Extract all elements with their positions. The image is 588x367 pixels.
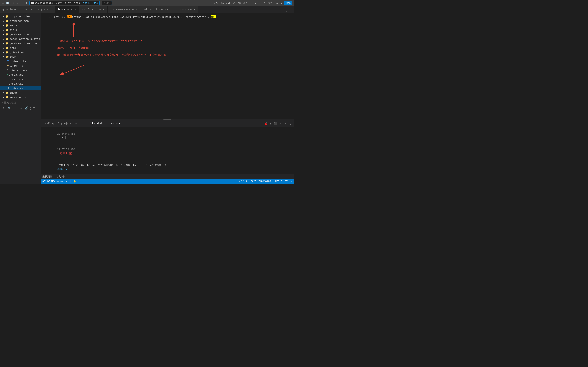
files-icon[interactable]: ⊞ [2,106,6,110]
tabs-scroll-left-btn[interactable]: ‹ [285,9,289,13]
sidebar-item-goods-action-button[interactable]: ▶ 📁 goods-action-button [0,36,41,41]
statusbar-encoding[interactable]: UTF-8 [275,180,282,183]
statusbar-gear-icon[interactable]: ⚙ [291,180,292,183]
tab-manifest-json[interactable]: manifest.json × [79,6,108,13]
prev-match-btn[interactable]: 上一个 [249,1,258,5]
expand-arrow-icon: ▶ [3,33,4,35]
sidebar-item-grid-item[interactable]: ▶ 📁 grid-item [0,50,41,54]
bookmark-icon[interactable]: ☆ [20,1,24,5]
replace-btn[interactable]: 替换 [268,1,274,5]
sidebar-item-empty[interactable]: ▶ 📁 empty [0,23,41,27]
search-term[interactable]: url [105,2,110,4]
tab-user-homepage[interactable]: userHomePage.vue × [108,6,140,13]
tab-close-uni-search-bar[interactable]: × [171,8,173,11]
search-close-btn[interactable]: ✕ [279,2,283,5]
link-icon[interactable]: 🔗 [25,106,29,110]
sidebar-item-index-wxss[interactable]: {} index.wxss [0,86,41,90]
breadcrumb-dist[interactable]: dist [65,2,71,4]
sidebar-item-index-js[interactable]: JS index.js [0,63,41,68]
sidebar-item-image[interactable]: ▶ 📁 image [0,90,41,95]
preserve-case-btn[interactable]: AB [237,2,241,5]
statusbar-email[interactable]: 809945573@qq.com [43,180,64,183]
statusbar-language[interactable]: CSS [285,180,289,183]
breadcrumb[interactable]: ⬜ wxcomponents › vant › dist › icon › in… [29,1,100,5]
arrow-svg [51,63,92,76]
sidebar-item-goods-action[interactable]: ▶ 📁 goods-action [0,32,41,36]
statusbar-person-icon[interactable]: 👤 [69,180,72,183]
next-match-btn[interactable]: 下一个 [258,1,267,5]
search-box[interactable]: ⚡ url [102,1,112,5]
tab-question-detail[interactable]: questionDetail.vue × [0,6,36,13]
sidebar-item-field[interactable]: ▶ 📁 field [0,27,41,32]
breadcrumb-sep-2: › [63,2,64,4]
statusbar-line-col[interactable]: 行:1 列:10823 (3字符被选择) [240,180,273,183]
tabs-scroll-right-btn[interactable]: › [289,9,293,13]
whole-word-btn[interactable]: ab| [225,2,231,5]
sidebar-item-dropdown-item[interactable]: ▶ 📁 dropdown-item [0,14,41,18]
tab-close-manifest-json[interactable]: × [102,8,105,11]
sidebar-label-goods-action-button: goods-action-button [9,37,40,40]
match-case-btn[interactable]: Aa [220,2,225,5]
sidebar-label-goods-action-icon: goods-action-icon [9,42,37,45]
statusbar-source-icon[interactable]: ⊞ [66,180,67,183]
terminal-up-icon[interactable]: ∧ [283,122,287,125]
forward-arrow-icon[interactable]: › [16,1,19,5]
closed-projects-label: 已关闭项目 [4,101,16,104]
sidebar-item-index-vue[interactable]: V index.vue [0,72,41,77]
refresh-icon[interactable]: ↻ [19,106,23,110]
git-icon[interactable]: git [30,106,34,110]
back-arrow-icon[interactable]: ‹ [11,1,15,5]
breadcrumb-file[interactable]: index.wxss [83,2,98,4]
terminal-debug-icon[interactable]: 🐞 [264,122,268,125]
sidebar-item-index-wxs[interactable]: ◻ index.wxs [0,81,41,86]
terminal-tab-2[interactable]: colloquial-project-dev... [85,121,127,126]
tab-close-question-detail[interactable]: × [30,8,33,11]
sidebar-item-goods-action-icon[interactable]: ▶ 📁 goods-action-icon [0,41,41,45]
terminal-down-icon[interactable]: ∨ [288,122,292,125]
terminal-export-icon[interactable]: ↗ [278,122,283,125]
terminal-stop-icon[interactable]: ⬛ [274,122,278,125]
replace-all-btn[interactable]: << [274,2,279,5]
regex-btn[interactable]: .* [232,2,236,5]
sidebar-label-index-wxml: index.wxml [9,78,25,81]
terminal-run-icon[interactable]: ▶ [269,122,273,125]
vue-file-icon: V [7,73,8,76]
sidebar-item-grid[interactable]: ▶ 📁 grid [0,45,41,50]
tab-close-app-vue[interactable]: × [50,8,53,11]
folder-icon: 📁 [5,51,9,54]
tab-index-wxss[interactable]: index.wxss × [55,6,79,13]
search-icon[interactable]: 🔍 [7,106,11,110]
tab-close-user-homepage[interactable]: × [135,8,138,11]
tab-close-index-vue[interactable]: × [193,8,196,11]
breadcrumb-wxcomponents[interactable]: wxcomponents [35,2,53,4]
select-all-btn[interactable]: 全选 [242,1,248,5]
sidebar-item-icon[interactable]: ▼ 📂 icon [0,54,41,59]
terminal-tab-1[interactable]: colloquial-project-dev... [43,121,84,126]
sidebar-item-dropdown-menu[interactable]: ▶ 📁 dropdown-menu [0,18,41,23]
sidebar-item-index-json[interactable]: [ ] index.json [0,68,41,72]
breadcrumb-icon-folder[interactable]: icon [74,2,80,4]
editor-content[interactable]: 1 off2"), url(https://at.alicdn.com/t/fo… [41,13,294,119]
history-icon[interactable]: ⊙ [25,1,28,5]
activity-bar-toggle-icon[interactable]: ☰ [2,1,5,5]
sidebar-label-index-vue: index.vue [9,73,23,76]
arrow-sidebar-annotation [51,63,294,76]
sidebar-item-index-dts[interactable]: TS index.d.ts [0,59,41,63]
terminal-line-3: [广告] 22:57:59.987 DCloud 2023新春招聘开启，欢迎前端… [43,159,292,174]
url-highlight-1: url [67,15,72,18]
breadcrumb-vant[interactable]: vant [56,2,62,4]
terminal-ad-link[interactable]: 详情点击 [57,167,67,170]
tab-app-vue[interactable]: App.vue × [36,6,55,13]
sidebar-item-index-wxml[interactable]: ◻ index.wxml [0,77,41,81]
nav-arrows: ‹ › [11,1,19,5]
tab-uni-search-bar[interactable]: uni-search-bar.vue × [140,6,176,13]
extensions-icon[interactable]: ⋮⋮ [13,106,17,110]
explorer-icon[interactable]: 📄 [6,1,9,5]
closed-projects-section[interactable]: ▶ 已关闭项目 [0,100,41,105]
tab-close-index-wxss[interactable]: × [74,8,77,11]
preview-btn[interactable]: 预览 [284,1,292,5]
tab-label-manifest-json: manifest.json [82,8,101,11]
tab-index-vue[interactable]: index.vue × [176,6,199,13]
statusbar-bell-icon[interactable]: 🔔 [73,180,76,183]
sidebar-item-index-anchor[interactable]: ▶ 📁 index-anchor [0,95,41,99]
